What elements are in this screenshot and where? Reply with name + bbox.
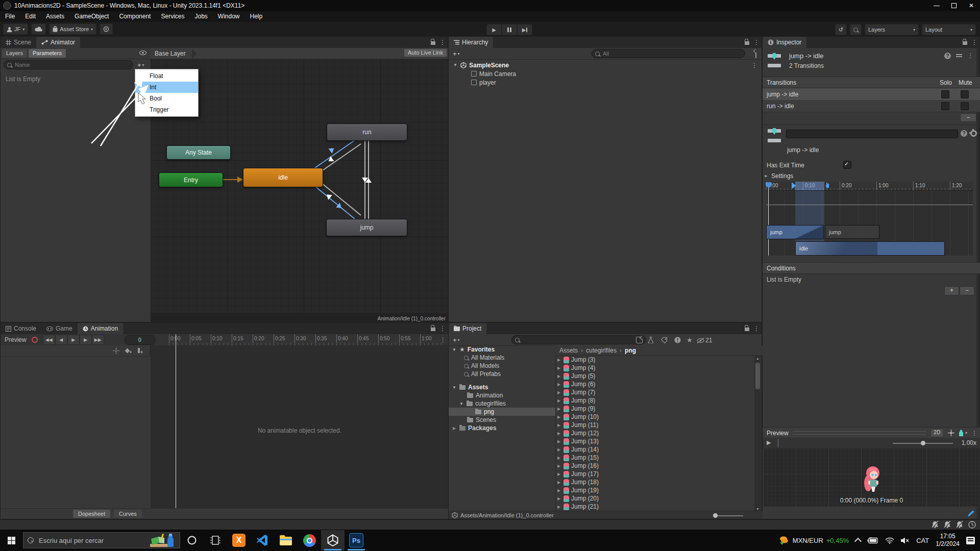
transition-start-arrow-icon[interactable]	[793, 183, 799, 188]
asset-row[interactable]: ▶ Jump (3)	[555, 356, 755, 364]
language-indicator[interactable]: CAT	[916, 537, 929, 544]
kebab-icon[interactable]: ⋮	[971, 39, 977, 46]
battery-icon[interactable]	[867, 537, 878, 544]
curves-button[interactable]: Curves	[114, 510, 142, 518]
maximize-button[interactable]	[945, 0, 963, 11]
preview-2d-button[interactable]: 2D	[930, 429, 944, 437]
parameter-search-field[interactable]	[4, 60, 133, 69]
expand-caret-icon[interactable]: ▶	[557, 488, 561, 493]
hierarchy-search-input[interactable]	[602, 50, 742, 57]
lock-icon[interactable]	[431, 328, 435, 331]
pivot-icon[interactable]	[948, 430, 954, 436]
menu-item[interactable]: Jobs	[189, 11, 212, 22]
menu-item[interactable]: GameObject	[69, 11, 114, 22]
mute-checkbox[interactable]	[961, 102, 969, 110]
drag-handle[interactable]	[793, 431, 926, 435]
expand-caret-icon[interactable]: ▶	[557, 407, 561, 411]
base-layer-breadcrumb[interactable]: Base Layer	[155, 50, 186, 57]
record-mode-button[interactable]	[100, 23, 113, 35]
prev-frame-button[interactable]: ◀	[55, 335, 67, 345]
asset-row[interactable]: ▶ Jump (21)	[555, 503, 755, 511]
expand-caret-icon[interactable]: ▶	[557, 439, 561, 444]
start-button[interactable]	[8, 537, 15, 544]
settings-foldout[interactable]: ▶ Settings	[764, 172, 793, 180]
undo-history-button[interactable]: ↺	[835, 24, 847, 35]
kebab-icon[interactable]: ⋮	[440, 336, 446, 343]
expand-caret-icon[interactable]: ▶	[557, 505, 561, 509]
folder-row-cutegirlfiles[interactable]: ▼ cutegirlfiles	[449, 399, 555, 408]
taskbar-search-input[interactable]	[38, 536, 127, 545]
asset-row[interactable]: ▶ Jump (10)	[555, 413, 755, 421]
first-frame-button[interactable]: ◀◀	[43, 335, 55, 345]
folder-row-animation[interactable]: Animation	[449, 391, 555, 399]
project-search-field[interactable]	[511, 335, 646, 344]
expand-caret-icon[interactable]: ▶	[557, 415, 561, 419]
tab-animation[interactable]: Animation	[78, 323, 123, 334]
presets-icon[interactable]	[956, 53, 962, 58]
search-by-type-icon[interactable]	[648, 337, 654, 343]
unity-taskbar-button[interactable]	[321, 530, 345, 550]
scrollbar-thumb[interactable]	[755, 363, 760, 389]
help-icon[interactable]: ?	[944, 53, 951, 59]
asset-row[interactable]: ▶ Jump (11)	[555, 421, 755, 429]
timeline-clip-jump[interactable]: jump	[766, 225, 824, 239]
timeline-clip-jump-2[interactable]: jump	[825, 225, 879, 239]
step-button[interactable]: ▶	[517, 24, 532, 35]
dopesheet-area[interactable]: No animatable object selected.	[151, 345, 449, 510]
avatar-selector[interactable]: ▾	[959, 430, 967, 436]
add-keyframe-icon[interactable]	[125, 348, 132, 354]
asset-row[interactable]: ▶ Jump (4)	[555, 364, 755, 372]
hierarchy-search-field[interactable]	[592, 49, 745, 58]
mute-checkbox[interactable]	[961, 90, 969, 98]
add-condition-button[interactable]: +	[944, 286, 959, 295]
asset-store-button[interactable]: Asset Store▾	[49, 23, 96, 35]
add-parameter-button[interactable]: +▾	[137, 61, 144, 69]
asset-row[interactable]: ▶ Jump (5)	[555, 372, 755, 380]
lock-icon[interactable]	[745, 328, 749, 331]
asset-row[interactable]: ▶ Jump (16)	[555, 462, 755, 470]
lock-icon[interactable]	[431, 41, 435, 45]
bell-slash-icon[interactable]	[932, 521, 939, 529]
tab-inspector[interactable]: Inspector	[763, 37, 806, 48]
solo-checkbox[interactable]	[941, 90, 949, 98]
search-by-label-icon[interactable]	[661, 337, 668, 343]
close-button[interactable]: ✕	[963, 0, 980, 11]
state-entry[interactable]: Entry	[159, 172, 223, 187]
favorites-item[interactable]: All Materials	[449, 354, 555, 362]
animation-playhead-line[interactable]	[176, 334, 176, 510]
parameters-subtab[interactable]: Parameters	[29, 49, 66, 58]
create-asset-button[interactable]: +▾	[453, 336, 460, 344]
lock-icon[interactable]	[745, 41, 749, 45]
create-object-button[interactable]: +▾	[453, 50, 460, 58]
preview-header[interactable]: Preview 2D ▾ ⋮	[763, 427, 980, 439]
assets-root-row[interactable]: ▼ Assets	[449, 383, 555, 391]
asset-row[interactable]: ▶ Jump (8)	[555, 396, 755, 405]
clock[interactable]: 17:05 1/2/2024	[936, 533, 960, 548]
asset-row[interactable]: ▶ Jump (12)	[555, 429, 755, 437]
menu-item[interactable]: Edit	[20, 11, 41, 22]
asset-row[interactable]: ▶ Jump (17)	[555, 470, 755, 478]
record-button[interactable]	[32, 337, 38, 343]
state-jump[interactable]: jump	[326, 219, 407, 236]
favorites-item[interactable]: All Models	[449, 362, 555, 370]
hierarchy-item-main-camera[interactable]: Main Camera	[449, 69, 762, 78]
volume-muted-icon[interactable]	[901, 537, 910, 544]
asset-row[interactable]: ▶ Jump (19)	[555, 486, 755, 494]
currency-ticker[interactable]: MXN/EUR +0,45%	[778, 535, 849, 546]
kebab-icon[interactable]: ⋮	[439, 39, 446, 46]
menu-item[interactable]: Services	[156, 11, 189, 22]
solo-checkbox[interactable]	[941, 102, 949, 110]
auto-live-link-button[interactable]: Auto Live Link	[404, 49, 447, 57]
tab-console[interactable]: Console	[1, 323, 41, 334]
asset-row[interactable]: ▶ Jump (14)	[555, 445, 755, 454]
help-icon[interactable]: ?	[961, 130, 967, 137]
expand-caret-icon[interactable]: ▶	[557, 366, 561, 370]
pause-button[interactable]	[502, 24, 517, 35]
asset-row[interactable]: ▶ Jump (7)	[555, 388, 755, 396]
vscode-button[interactable]	[251, 530, 274, 550]
dropdown-item[interactable]: Bool	[135, 93, 198, 104]
expand-caret-icon[interactable]: ▶	[557, 382, 561, 387]
favorite-star-icon[interactable]: ★	[687, 336, 693, 344]
asset-row[interactable]: ▶ Jump (15)	[555, 454, 755, 462]
transition-row[interactable]: jump -> idle	[763, 88, 980, 100]
